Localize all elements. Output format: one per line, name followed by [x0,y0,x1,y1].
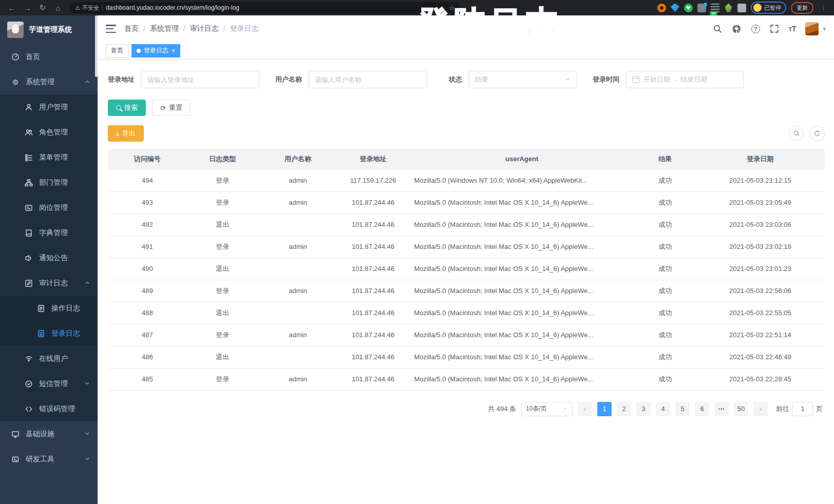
extension-green-icon[interactable] [684,4,693,12]
search-icon[interactable] [712,24,723,34]
page-button-2[interactable]: 2 [617,402,631,416]
cell-username: admin [258,191,337,214]
sidebar-item-infrastructure[interactable]: 基础设施 [0,421,98,447]
more-pages-button[interactable]: ••• [714,402,729,416]
sidebar-item-dictionary[interactable]: 字典管理 [0,220,98,245]
profile-sync-paused-chip[interactable]: 已暂停 [751,2,786,14]
sidebar-item-roles[interactable]: 角色管理 [0,120,98,145]
date-range-picker[interactable]: 开始日期 - 结束日期 [626,71,744,88]
sidebar-item-system[interactable]: ⚙ 系统管理 [0,69,98,94]
page-size-select[interactable]: 10条/页 [521,402,573,416]
table-row[interactable]: 493登录admin101.87.244.46Mozilla/5.0 (Maci… [108,191,825,214]
cell-username: admin [258,368,337,390]
sidebar-toggle-icon[interactable] [106,25,116,33]
sidebar-item-operation-log[interactable]: 操作日志 [0,296,98,321]
url-text[interactable]: dashboard.yudao.iocoder.cn/system/log/lo… [106,4,239,11]
extensions-puzzle-icon[interactable] [737,4,746,12]
prev-page-button[interactable]: ‹ [578,402,592,416]
security-warning-icon[interactable]: ⚠不安全 [75,4,99,12]
font-size-icon[interactable]: TT [789,25,797,33]
sidebar-item-departments[interactable]: 部门管理 [0,170,98,195]
tab-close-icon[interactable]: × [172,47,175,54]
cell-result: 成功 [635,214,696,236]
status-select[interactable]: 结果 [468,71,577,88]
extension-plant-icon[interactable] [724,4,733,12]
sidebar-scrollbar[interactable] [95,15,98,504]
page-button-3[interactable]: 3 [636,402,651,416]
sidebar-item-sms[interactable]: 短信管理 [0,371,98,396]
sidebar-item-audit-log[interactable]: 审计日志 [0,270,98,296]
page-button-6[interactable]: 6 [695,402,709,416]
breadcrumb-audit[interactable]: 审计日志 [190,24,219,33]
page-button-1[interactable]: 1 [597,402,612,416]
sidebar-item-menus[interactable]: 菜单管理 [0,145,98,170]
reset-button[interactable]: ⟳ 重置 [152,100,191,116]
sidebar-item-posts[interactable]: 岗位管理 [0,195,98,220]
sidebar-item-label: 研发工具 [26,455,78,464]
table-row[interactable]: 485登录admin101.87.244.46Mozilla/5.0 (Maci… [108,368,825,390]
page-size-value: 10条/页 [526,404,547,413]
user-avatar[interactable] [805,22,819,35]
sidebar-item-label: 系统管理 [26,77,78,87]
browser-home-icon[interactable]: ⌂ [51,2,65,14]
cell-username [258,258,337,280]
cell-username: admin [258,324,337,346]
breadcrumb-home[interactable]: 首页 [124,24,139,33]
sidebar-item-dev-tools[interactable]: 研发工具 [0,447,98,472]
username-input[interactable] [315,76,421,84]
search-button[interactable]: 搜索 [108,100,146,116]
extension-orange-icon[interactable] [657,4,666,12]
table-row[interactable]: 490退出101.87.244.46Mozilla/5.0 (Macintosh… [108,258,825,280]
app-logo-row[interactable]: 芋道管理系统 [0,15,98,44]
extension-blue-icon[interactable] [671,4,679,12]
extension-list-icon[interactable]: on [711,4,719,12]
sidebar-item-label: 角色管理 [39,128,90,137]
page-button-4[interactable]: 4 [656,402,670,416]
browser-update-button[interactable]: 更新 [791,2,813,14]
page-button-50[interactable]: 50 [734,402,748,416]
browser-forward-icon[interactable]: → [21,2,34,14]
table-row[interactable]: 492退出101.87.244.46Mozilla/5.0 (Macintosh… [108,214,825,236]
help-icon[interactable]: ? [751,25,760,33]
sidebar-item-login-log[interactable]: 登录日志 [0,321,98,346]
next-page-button[interactable]: › [753,402,768,416]
address-input[interactable] [147,76,253,84]
sidebar-item-users[interactable]: 用户管理 [0,94,98,120]
monitor-icon [11,430,20,438]
cell-ip: 101.87.244.46 [337,368,409,390]
breadcrumb-system[interactable]: 系统管理 [150,24,179,33]
page-button-5[interactable]: 5 [675,402,690,416]
username-input-wrap [308,71,427,88]
hide-search-button[interactable] [789,126,804,141]
sidebar-item-error-codes[interactable]: 错误码管理 [0,396,98,421]
avatar-caret-icon[interactable]: ▾ [823,26,826,32]
table-row[interactable]: 491登录admin101.87.244.46Mozilla/5.0 (Maci… [108,236,825,258]
scrollbar-thumb[interactable] [95,15,98,77]
table-row[interactable]: 488退出101.87.244.46Mozilla/5.0 (Macintosh… [108,302,825,324]
table-row[interactable]: 489登录admin101.87.244.46Mozilla/5.0 (Maci… [108,280,825,302]
sidebar-item-home[interactable]: 首页 [0,44,98,69]
extension-grid-icon[interactable] [697,4,706,12]
tab-home[interactable]: 首页 [106,44,128,57]
table-row[interactable]: 486退出101.87.244.46Mozilla/5.0 (Macintosh… [108,346,825,368]
address-bar[interactable]: ⚠不安全 dashboard.yudao.iocoder.cn/system/l… [70,2,460,13]
github-icon[interactable] [732,24,742,34]
refresh-table-button[interactable] [809,126,825,141]
goto-page-input[interactable] [792,402,813,416]
cell-ip: 117.159.17.226 [337,169,409,191]
sidebar-item-notices[interactable]: 通知公告 [0,245,98,270]
app-logo [7,22,24,38]
range-separator: - [674,76,676,84]
browser-menu-icon[interactable]: ⋮ [818,4,829,12]
table-row[interactable]: 494登录admin117.159.17.226Mozilla/5.0 (Win… [108,169,825,191]
sidebar-item-online-users[interactable]: 在线用户 [0,346,98,371]
export-button[interactable]: ⤓ 导出 [108,125,144,142]
address-divider [102,5,103,11]
table-row[interactable]: 487登录admin101.87.244.46Mozilla/5.0 (Maci… [108,324,825,346]
tab-login-log[interactable]: 登录日志 × [131,44,180,57]
browser-back-icon[interactable]: ← [5,2,18,14]
audit-log-icon [25,279,33,287]
browser-reload-icon[interactable]: ↻ [36,2,49,14]
cell-username [258,346,337,368]
fullscreen-icon[interactable] [769,24,780,34]
